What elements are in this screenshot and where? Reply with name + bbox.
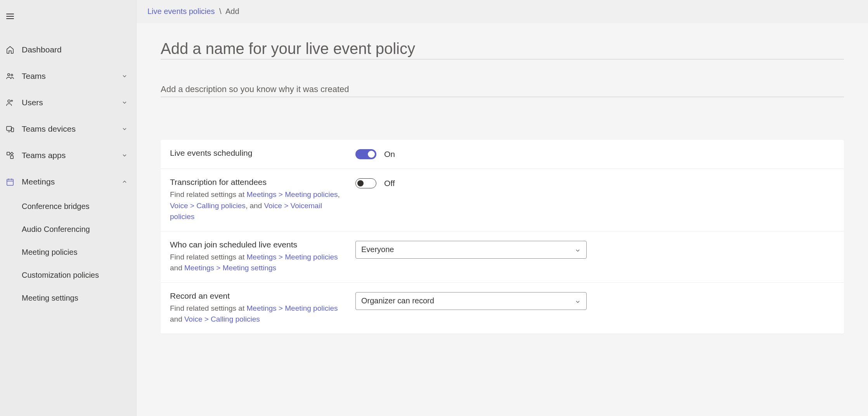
setting-row-who-can-join: Who can join scheduled live events Find … — [161, 231, 844, 282]
sidebar-item-teams-apps[interactable]: Teams apps — [0, 142, 136, 169]
toggle-switch-off — [355, 178, 376, 188]
link-meeting-policies[interactable]: Meetings > Meeting policies — [247, 190, 338, 198]
svg-rect-3 — [7, 127, 12, 131]
scheduling-toggle[interactable]: On — [355, 149, 395, 159]
device-icon — [4, 125, 16, 133]
sidebar-item-users[interactable]: Users — [0, 89, 136, 116]
sidebar-subitem-conference-bridges[interactable]: Conference bridges — [0, 195, 136, 218]
setting-row-scheduling: Live events scheduling On — [161, 140, 844, 169]
setting-row-transcription: Transcription for attendees Find related… — [161, 169, 844, 231]
sidebar-subitem-audio-conferencing[interactable]: Audio Conferencing — [0, 218, 136, 241]
sidebar-item-label: Dashboard — [22, 45, 128, 54]
who-can-join-select[interactable]: Everyone — [355, 241, 587, 259]
person-add-icon — [4, 98, 16, 107]
settings-card: Live events scheduling On Transcription … — [161, 140, 844, 334]
apps-icon — [4, 151, 16, 160]
setting-title: Transcription for attendees — [170, 178, 348, 187]
sidebar-item-label: Users — [22, 98, 121, 107]
link-meeting-policies[interactable]: Meetings > Meeting policies — [247, 304, 338, 312]
content-area: Live events scheduling On Transcription … — [137, 23, 868, 416]
home-icon — [4, 45, 16, 54]
breadcrumb-parent-link[interactable]: Live events policies — [147, 7, 215, 16]
setting-title: Who can join scheduled live events — [170, 240, 348, 249]
sidebar-item-meetings[interactable]: Meetings — [0, 169, 136, 195]
setting-title: Live events scheduling — [170, 148, 348, 158]
setting-title: Record an event — [170, 291, 348, 301]
sidebar-item-label: Teams apps — [22, 151, 121, 160]
chevron-up-icon — [121, 178, 128, 186]
chevron-down-icon — [121, 151, 128, 159]
link-calling-policies[interactable]: Voice > Calling policies — [184, 315, 260, 323]
sidebar-subitem-meeting-settings[interactable]: Meeting settings — [0, 287, 136, 310]
hamburger-icon — [5, 12, 15, 21]
svg-point-1 — [11, 74, 13, 76]
transcription-toggle[interactable]: Off — [355, 178, 395, 188]
sidebar-item-teams-devices[interactable]: Teams devices — [0, 116, 136, 142]
select-value: Everyone — [361, 245, 394, 254]
sidebar-subitem-meeting-policies[interactable]: Meeting policies — [0, 241, 136, 264]
main-content: Live events policies \ Add Live events s… — [137, 0, 868, 416]
chevron-down-icon — [575, 298, 581, 304]
breadcrumb-separator: \ — [219, 7, 222, 16]
policy-description-input[interactable] — [161, 82, 844, 97]
sidebar-item-teams[interactable]: Teams — [0, 63, 136, 89]
breadcrumb: Live events policies \ Add — [137, 0, 868, 23]
setting-row-record-event: Record an event Find related settings at… — [161, 282, 844, 334]
svg-rect-7 — [7, 179, 14, 186]
toggle-state-label: Off — [384, 179, 395, 188]
sidebar-item-label: Teams devices — [22, 124, 121, 134]
select-value: Organizer can record — [361, 296, 434, 305]
setting-help-text: Find related settings at Meetings > Meet… — [170, 303, 348, 325]
sidebar-item-label: Meetings — [22, 177, 121, 186]
sidebar: Dashboard Teams Users Teams devices T — [0, 0, 137, 416]
hamburger-menu-button[interactable] — [0, 7, 136, 37]
setting-help-text: Find related settings at Meetings > Meet… — [170, 189, 348, 223]
svg-point-0 — [8, 74, 10, 76]
svg-rect-6 — [10, 156, 13, 158]
policy-name-input[interactable] — [161, 38, 844, 59]
chevron-down-icon — [121, 72, 128, 80]
chevron-down-icon — [121, 99, 128, 106]
calendar-icon — [4, 178, 16, 186]
people-icon — [4, 72, 16, 80]
sidebar-item-dashboard[interactable]: Dashboard — [0, 37, 136, 63]
chevron-down-icon — [575, 247, 581, 253]
sidebar-item-label: Teams — [22, 71, 121, 81]
toggle-switch-on — [355, 149, 376, 159]
record-event-select[interactable]: Organizer can record — [355, 292, 587, 310]
link-meeting-policies[interactable]: Meetings > Meeting policies — [247, 253, 338, 261]
svg-point-2 — [8, 100, 10, 102]
setting-help-text: Find related settings at Meetings > Meet… — [170, 252, 348, 274]
toggle-state-label: On — [384, 150, 395, 159]
svg-rect-5 — [7, 152, 10, 155]
sidebar-subitem-customization-policies[interactable]: Customization policies — [0, 264, 136, 287]
link-meeting-settings[interactable]: Meetings > Meeting settings — [184, 264, 276, 272]
breadcrumb-current: Add — [225, 7, 239, 16]
link-calling-policies[interactable]: Voice > Calling policies — [170, 202, 246, 210]
chevron-down-icon — [121, 125, 128, 133]
